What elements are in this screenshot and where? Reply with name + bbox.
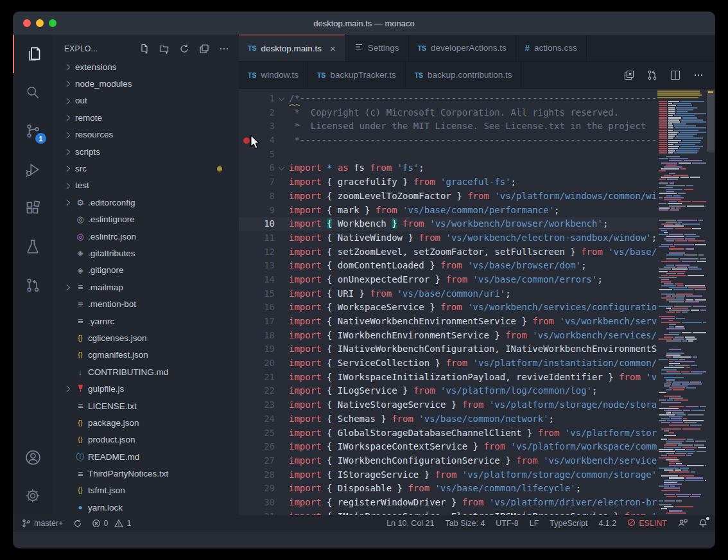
- line-number[interactable]: 29: [239, 482, 275, 496]
- scrollbar-slider[interactable]: [707, 90, 715, 152]
- activity-bar-item-source-control[interactable]: 1: [13, 112, 53, 150]
- tree-file-product-json[interactable]: {}product.json: [53, 432, 239, 448]
- tree-file-mailmap[interactable]: ≡.mailmap: [53, 279, 239, 295]
- status-language-mode[interactable]: TypeScript: [550, 519, 587, 528]
- code-line-21[interactable]: 21import { IWorkspaceInitializationPaylo…: [239, 371, 657, 385]
- line-number[interactable]: 11: [239, 231, 275, 245]
- code-line-6[interactable]: 6import * as fs from 'fs';: [239, 161, 657, 175]
- tree-file-tsfmt-json[interactable]: {}tsfmt.json: [53, 482, 239, 499]
- line-number[interactable]: 18: [239, 329, 275, 343]
- line-number[interactable]: 6: [239, 161, 275, 175]
- line-number[interactable]: 20: [239, 356, 275, 371]
- git-branch-item[interactable]: master+: [22, 519, 64, 528]
- code-line-28[interactable]: 28import { IStorageService } from 'vs/pl…: [239, 468, 657, 482]
- code-line-20[interactable]: 20import { ServiceCollection } from 'vs/…: [239, 356, 657, 371]
- code-area[interactable]: 1/*-------------------------------------…: [239, 89, 657, 515]
- activity-bar-item-explorer[interactable]: [13, 35, 53, 73]
- tab-actions-css[interactable]: #actions.css: [516, 35, 587, 61]
- git-compare-button[interactable]: [646, 69, 659, 82]
- tree-file-mention-bot[interactable]: ≡.mention-bot: [53, 295, 239, 312]
- tree-folder-remote[interactable]: remote: [53, 109, 239, 126]
- code-line-29[interactable]: 29import { Disposable } from 'vs/base/co…: [239, 482, 657, 496]
- tree-folder-node-modules[interactable]: node_modules: [53, 75, 239, 92]
- line-number[interactable]: 31: [239, 510, 275, 515]
- status-feedback[interactable]: [678, 518, 688, 529]
- fold-chevron[interactable]: [275, 161, 289, 175]
- line-number[interactable]: 21: [239, 371, 275, 385]
- code-line-27[interactable]: 27import { IWorkbenchConfigurationServic…: [239, 454, 657, 468]
- tree-file-yarn-lock[interactable]: ●yarn.lock: [53, 499, 239, 515]
- code-line-17[interactable]: 17import { NativeWorkbenchEnvironmentSer…: [239, 315, 657, 329]
- tree-file-editorconfig[interactable]: ⚙.editorconfig: [53, 194, 239, 211]
- tree-file-cglicenses-json[interactable]: {}cglicenses.json: [53, 329, 239, 346]
- line-number[interactable]: 24: [239, 412, 275, 426]
- line-number[interactable]: 22: [239, 384, 275, 398]
- line-number[interactable]: 27: [239, 454, 275, 468]
- tree-file-thirdpartynotices-txt[interactable]: ≡ThirdPartyNotices.txt: [53, 465, 239, 482]
- line-number[interactable]: 16: [239, 301, 275, 315]
- line-number[interactable]: 13: [239, 259, 275, 273]
- code-line-13[interactable]: 13import { domContentLoaded } from 'vs/b…: [239, 259, 657, 273]
- editor-scrollbar[interactable]: [706, 89, 715, 515]
- fold-chevron[interactable]: [275, 92, 289, 106]
- tree-file-gitignore[interactable]: ◈.gitignore: [53, 262, 239, 279]
- code-line-31[interactable]: 31import { IMainProcessService, Electron…: [239, 510, 657, 515]
- close-tab-icon[interactable]: ×: [330, 43, 336, 54]
- split-editor-button[interactable]: [669, 69, 682, 82]
- more-actions-button[interactable]: [218, 43, 230, 55]
- tree-file-package-json[interactable]: {}package.json: [53, 414, 239, 431]
- tree-folder-test[interactable]: test: [53, 177, 239, 194]
- code-line-2[interactable]: 2 * Copyright (c) Microsoft Corporation.…: [239, 106, 657, 120]
- line-number[interactable]: 25: [239, 426, 275, 441]
- line-number[interactable]: 14: [239, 273, 275, 287]
- status-cursor-position[interactable]: Ln 10, Col 21: [386, 519, 434, 528]
- tab-developeractions-ts[interactable]: TSdeveloperActions.ts: [409, 35, 516, 61]
- line-number[interactable]: 2: [239, 106, 275, 120]
- tab-settings[interactable]: Settings: [345, 35, 409, 61]
- code-line-1[interactable]: 1/*-------------------------------------…: [239, 92, 657, 106]
- tree-file-cgmanifest-json[interactable]: {}cgmanifest.json: [53, 347, 239, 363]
- line-number[interactable]: 17: [239, 315, 275, 329]
- tree-file-license-txt[interactable]: ≡LICENSE.txt: [53, 398, 239, 414]
- line-number[interactable]: 26: [239, 440, 275, 454]
- line-number[interactable]: 23: [239, 398, 275, 412]
- new-file-button[interactable]: [139, 43, 150, 55]
- tree-folder-extensions[interactable]: extensions: [53, 58, 239, 75]
- tree-file-readme-md[interactable]: ⓘREADME.md: [53, 448, 239, 465]
- code-editor[interactable]: 1/*-------------------------------------…: [239, 89, 715, 515]
- code-line-8[interactable]: 8import { zoomLevelToZoomFactor } from '…: [239, 189, 657, 204]
- code-line-10[interactable]: 10import { Workbench } from 'vs/workbenc…: [239, 217, 657, 231]
- code-line-3[interactable]: 3 * Licensed under the MIT License. See …: [239, 119, 657, 134]
- code-line-7[interactable]: 7import { gracefulify } from 'graceful-f…: [239, 175, 657, 189]
- code-line-9[interactable]: 9import { mark } from 'vs/base/common/pe…: [239, 204, 657, 218]
- tree-folder-resources[interactable]: resources: [53, 127, 239, 143]
- code-line-25[interactable]: 25import { GlobalStorageDatabaseChannelC…: [239, 426, 657, 441]
- code-line-12[interactable]: 12import { setZoomLevel, setZoomFactor, …: [239, 245, 657, 259]
- code-line-11[interactable]: 11import { NativeWindow } from 'vs/workb…: [239, 231, 657, 245]
- code-line-26[interactable]: 26import { IWorkspaceContextService } fr…: [239, 440, 657, 454]
- tab-window-ts[interactable]: TSwindow.ts: [239, 62, 308, 88]
- activity-bar-item-run-debug[interactable]: [13, 150, 53, 189]
- line-number[interactable]: 15: [239, 287, 275, 301]
- line-number[interactable]: 19: [239, 342, 275, 356]
- tree-file-gulpfile-js[interactable]: gulpfile.js: [53, 380, 239, 397]
- code-line-4[interactable]: 4 *-------------------------------------…: [239, 134, 657, 148]
- tree-file-eslintrc-json[interactable]: ◎.eslintrc.json: [53, 228, 239, 245]
- line-number[interactable]: 3: [239, 119, 275, 134]
- collapse-folders-button[interactable]: [198, 43, 210, 55]
- line-number[interactable]: 10: [239, 217, 275, 231]
- code-line-22[interactable]: 22import { ILogService } from 'vs/platfo…: [239, 384, 657, 398]
- tree-folder-out[interactable]: out: [53, 92, 239, 109]
- code-line-5[interactable]: 5: [239, 148, 657, 162]
- code-line-15[interactable]: 15import { URI } from 'vs/base/common/ur…: [239, 287, 657, 301]
- line-number[interactable]: 9: [239, 204, 275, 218]
- line-number[interactable]: 7: [239, 175, 275, 189]
- sync-changes-item[interactable]: [73, 519, 82, 528]
- code-line-24[interactable]: 24import { Schemas } from 'vs/base/commo…: [239, 412, 657, 426]
- activity-bar-item-testing[interactable]: [13, 227, 53, 266]
- line-number[interactable]: 12: [239, 245, 275, 259]
- line-number[interactable]: 30: [239, 496, 275, 510]
- tree-folder-scripts[interactable]: scripts: [53, 143, 239, 160]
- tree-folder-src[interactable]: src: [53, 160, 239, 177]
- tree-file-gitattributes[interactable]: ◈.gitattributes: [53, 245, 239, 261]
